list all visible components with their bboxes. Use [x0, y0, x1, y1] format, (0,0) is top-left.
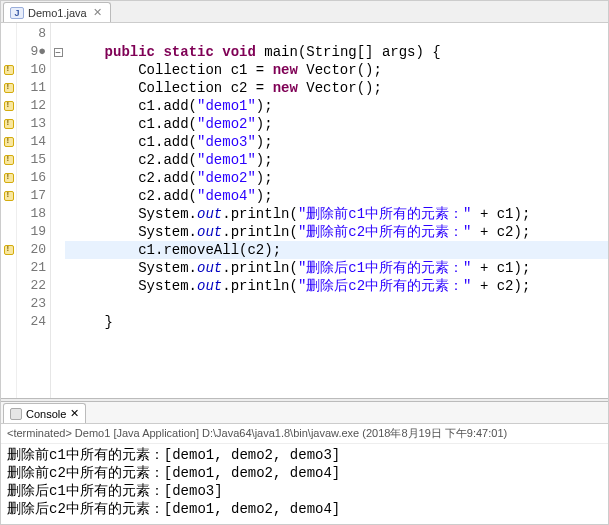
fold-slot [51, 115, 65, 133]
warning-icon[interactable] [4, 83, 14, 93]
marker-slot [1, 79, 16, 97]
warning-icon[interactable] [4, 173, 14, 183]
code-area[interactable]: public static void main(String[] args) {… [65, 23, 608, 398]
line-number: 14 [17, 133, 50, 151]
line-number: 16 [17, 169, 50, 187]
console-panel: Console ✕ <terminated> Demo1 [Java Appli… [1, 402, 608, 524]
fold-slot [51, 61, 65, 79]
marker-slot [1, 205, 16, 223]
code-line[interactable]: System.out.println("删除前c1中所有的元素：" + c1); [65, 205, 608, 223]
line-number: 11 [17, 79, 50, 97]
code-line[interactable]: c2.add("demo4"); [65, 187, 608, 205]
fold-slot [51, 259, 65, 277]
code-line[interactable]: c2.add("demo2"); [65, 169, 608, 187]
fold-toggle-icon[interactable]: − [54, 48, 63, 57]
line-number: 23 [17, 295, 50, 313]
marker-slot [1, 295, 16, 313]
line-number: 9● [17, 43, 50, 61]
line-number: 10 [17, 61, 50, 79]
editor-tab-bar: J Demo1.java ✕ [1, 1, 608, 23]
marker-slot [1, 133, 16, 151]
line-number: 24 [17, 313, 50, 331]
marker-slot [1, 313, 16, 331]
marker-slot [1, 97, 16, 115]
marker-slot [1, 43, 16, 61]
code-line[interactable]: c1.add("demo3"); [65, 133, 608, 151]
fold-slot [51, 277, 65, 295]
close-icon[interactable]: ✕ [70, 407, 79, 420]
marker-slot [1, 223, 16, 241]
console-process-info: <terminated> Demo1 [Java Application] D:… [1, 424, 608, 444]
code-line[interactable]: System.out.println("删除前c2中所有的元素：" + c2); [65, 223, 608, 241]
fold-slot [51, 133, 65, 151]
warning-icon[interactable] [4, 65, 14, 75]
fold-slot [51, 187, 65, 205]
marker-slot [1, 61, 16, 79]
line-number: 17 [17, 187, 50, 205]
line-number: 20 [17, 241, 50, 259]
fold-slot [51, 79, 65, 97]
code-line[interactable]: System.out.println("删除后c2中所有的元素：" + c2); [65, 277, 608, 295]
warning-icon[interactable] [4, 245, 14, 255]
line-number: 8 [17, 25, 50, 43]
code-line[interactable]: Collection c2 = new Vector(); [65, 79, 608, 97]
fold-column: − [51, 23, 65, 398]
close-icon[interactable]: ✕ [91, 6, 104, 19]
console-tab-label: Console [26, 408, 66, 420]
warning-icon[interactable] [4, 119, 14, 129]
code-line[interactable] [65, 25, 608, 43]
marker-slot [1, 277, 16, 295]
fold-slot [51, 97, 65, 115]
line-number: 21 [17, 259, 50, 277]
marker-slot [1, 241, 16, 259]
console-tab-bar: Console ✕ [1, 402, 608, 424]
console-line: 删除后c2中所有的元素：[demo1, demo2, demo4] [7, 500, 602, 518]
line-number: 19 [17, 223, 50, 241]
fold-slot [51, 151, 65, 169]
java-file-icon: J [10, 7, 24, 19]
line-number: 13 [17, 115, 50, 133]
code-line[interactable]: c1.add("demo2"); [65, 115, 608, 133]
marker-slot [1, 169, 16, 187]
code-editor[interactable]: 89●101112131415161718192021222324 − publ… [1, 23, 608, 398]
warning-icon[interactable] [4, 101, 14, 111]
fold-slot [51, 313, 65, 331]
code-line[interactable]: c2.add("demo1"); [65, 151, 608, 169]
marker-slot [1, 25, 16, 43]
editor-tab-label: Demo1.java [28, 7, 87, 19]
fold-slot [51, 205, 65, 223]
console-line: 删除前c1中所有的元素：[demo1, demo2, demo3] [7, 446, 602, 464]
code-line[interactable]: c1.add("demo1"); [65, 97, 608, 115]
warning-icon[interactable] [4, 137, 14, 147]
fold-slot [51, 223, 65, 241]
console-icon [10, 408, 22, 420]
warning-icon[interactable] [4, 191, 14, 201]
fold-slot [51, 25, 65, 43]
fold-slot [51, 169, 65, 187]
console-line: 删除前c2中所有的元素：[demo1, demo2, demo4] [7, 464, 602, 482]
marker-slot [1, 151, 16, 169]
line-number: 12 [17, 97, 50, 115]
console-line: 删除后c1中所有的元素：[demo3] [7, 482, 602, 500]
fold-slot [51, 295, 65, 313]
code-line[interactable] [65, 295, 608, 313]
code-line[interactable]: Collection c1 = new Vector(); [65, 61, 608, 79]
code-line[interactable]: } [65, 313, 608, 331]
code-line[interactable]: public static void main(String[] args) { [65, 43, 608, 61]
marker-slot [1, 115, 16, 133]
line-number: 18 [17, 205, 50, 223]
fold-slot: − [51, 43, 65, 61]
line-number: 22 [17, 277, 50, 295]
line-number-gutter: 89●101112131415161718192021222324 [17, 23, 51, 398]
warning-icon[interactable] [4, 155, 14, 165]
marker-slot [1, 187, 16, 205]
editor-tab-demo1[interactable]: J Demo1.java ✕ [3, 2, 111, 22]
code-line[interactable]: c1.removeAll(c2); [65, 241, 608, 259]
fold-slot [51, 241, 65, 259]
marker-column [1, 23, 17, 398]
line-number: 15 [17, 151, 50, 169]
console-tab[interactable]: Console ✕ [3, 403, 86, 423]
marker-slot [1, 259, 16, 277]
console-output[interactable]: 删除前c1中所有的元素：[demo1, demo2, demo3]删除前c2中所… [1, 444, 608, 524]
code-line[interactable]: System.out.println("删除后c1中所有的元素：" + c1); [65, 259, 608, 277]
